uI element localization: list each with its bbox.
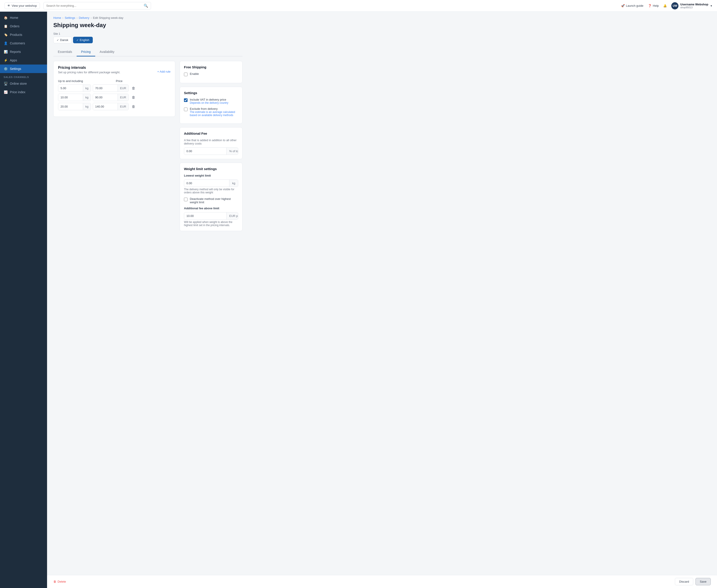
additional-fee-input[interactable]: [184, 148, 226, 154]
launch-guide-label: Launch guide: [626, 4, 644, 7]
sidebar-item-label: Reports: [10, 50, 21, 54]
sidebar-item-settings[interactable]: ⚙️ Settings: [0, 65, 47, 73]
sidebar-item-customers[interactable]: 👤 Customers: [0, 39, 47, 47]
header-right: 🚀 Launch guide ❓ Help 🔔 UW Username Webs…: [621, 2, 713, 9]
vat-checkbox[interactable]: [184, 98, 188, 102]
delete-row-1[interactable]: 🗑: [130, 85, 137, 91]
breadcrumb-home[interactable]: Home: [53, 16, 61, 20]
site-label: Site 1: [53, 32, 242, 36]
avatar: UW: [671, 2, 678, 9]
sidebar-item-label: Products: [10, 33, 22, 37]
delete-row-3[interactable]: 🗑: [130, 104, 137, 110]
sales-channels-title: SALES CHANNELS: [0, 73, 47, 79]
lowest-weight-hint: The delivery method will only be visible…: [184, 188, 238, 194]
online-store-icon: 🖥️: [4, 82, 7, 86]
lang-tab-dansk[interactable]: ✓ Dansk: [53, 37, 72, 43]
weight-value-1[interactable]: [58, 85, 83, 92]
lowest-weight-unit: kg: [229, 180, 238, 187]
top-header: 👁 View your webshop 🔍 🚀 Launch guide ❓ H…: [0, 0, 717, 12]
sidebar-item-products[interactable]: 🏷️ Products: [0, 30, 47, 39]
sidebar-item-label: Settings: [10, 67, 21, 70]
notifications-button[interactable]: 🔔: [663, 4, 667, 7]
additional-fee-limit-input[interactable]: [184, 212, 226, 219]
tab-pricing[interactable]: Pricing: [77, 48, 95, 57]
weight-input-1: kg: [58, 84, 91, 92]
tab-availability[interactable]: Availability: [95, 48, 119, 57]
sidebar-item-orders[interactable]: 📋 Orders: [0, 22, 47, 30]
save-button[interactable]: Save: [695, 578, 711, 585]
breadcrumb-settings[interactable]: Settings: [65, 16, 75, 20]
sidebar-item-online-store[interactable]: 🖥️ Online store: [0, 79, 47, 88]
exclude-checkbox[interactable]: [184, 108, 188, 111]
delete-row-2[interactable]: 🗑: [130, 94, 137, 101]
price-value-1[interactable]: [93, 85, 118, 92]
weight-unit-1: kg: [83, 85, 91, 92]
price-value-3[interactable]: [93, 103, 118, 110]
price-input-3: EUR: [93, 103, 129, 110]
eye-icon: 👁: [7, 4, 10, 7]
home-icon: 🏠: [4, 16, 7, 20]
free-shipping-checkbox[interactable]: [184, 72, 188, 76]
sidebar-item-price-index[interactable]: 📈 Price index: [0, 88, 47, 96]
sidebar-item-reports[interactable]: 📊 Reports: [0, 47, 47, 56]
help-button[interactable]: ❓ Help: [648, 4, 659, 7]
check-icon: ✓: [77, 39, 79, 42]
discard-button[interactable]: Discard: [675, 578, 693, 585]
sidebar-item-label: Orders: [10, 24, 20, 28]
user-menu[interactable]: UW Username Webshop shop95013 ▼: [671, 2, 713, 9]
sidebar-item-apps[interactable]: ⚡ Apps: [0, 56, 47, 65]
add-rule-button[interactable]: + Add rule: [157, 70, 170, 73]
sidebar-item-label: Customers: [10, 41, 25, 45]
search-input[interactable]: [46, 4, 142, 7]
weight-limit-title: Weight limit settings: [184, 167, 238, 171]
launch-guide-button[interactable]: 🚀 Launch guide: [621, 4, 644, 7]
price-unit-1: EUR: [118, 85, 128, 92]
user-info: Username Webshop shop95013: [680, 3, 708, 9]
lowest-weight-input[interactable]: [184, 180, 229, 187]
deactivate-label: Deactivate method over highest weight li…: [190, 197, 238, 204]
vat-row: Include VAT in delivery price Depends on…: [184, 98, 238, 104]
breadcrumb-current: Edit Shipping week-day: [93, 16, 124, 20]
sidebar-nav: 🏠 Home 📋 Orders 🏷️ Products 👤 Customers …: [0, 12, 47, 98]
main-content: Home › Settings › Delivery › Edit Shippi…: [47, 12, 717, 575]
additional-fee-limit-label: Additional fee above limit: [184, 207, 238, 210]
weight-input-2: kg: [58, 94, 91, 101]
weight-unit-2: kg: [83, 94, 91, 101]
price-input-2: EUR: [93, 94, 129, 101]
footer-bar: 🗑 Delete Discard Save: [47, 575, 717, 588]
price-unit-2: EUR: [118, 94, 128, 101]
settings-icon: ⚙️: [4, 67, 7, 71]
view-webshop-button[interactable]: 👁 View your webshop: [4, 2, 40, 9]
lang-tab-english[interactable]: ✓ English: [73, 37, 93, 43]
deactivate-checkbox[interactable]: [184, 198, 188, 201]
weight-value-2[interactable]: [58, 94, 83, 101]
additional-fee-limit-hint: Will be applied when weight is above the…: [184, 220, 238, 227]
free-shipping-card: Free Shipping Enable: [180, 61, 242, 83]
sidebar-item-home[interactable]: 🏠 Home: [0, 14, 47, 22]
price-value-2[interactable]: [93, 94, 118, 101]
breadcrumb-delivery[interactable]: Delivery: [79, 16, 89, 20]
two-col: Pricing intervals Set up pricing rules f…: [53, 61, 242, 231]
col-side: Free Shipping Enable Settings: [180, 61, 242, 231]
free-shipping-enable-row: Enable: [184, 72, 238, 76]
content-inner: Home › Settings › Delivery › Edit Shippi…: [47, 12, 249, 235]
weight-value-3[interactable]: [58, 103, 83, 110]
delete-button[interactable]: 🗑 Delete: [53, 580, 66, 583]
additional-fee-unit: % of total order: [226, 148, 238, 154]
page-title: Shipping week-day: [53, 22, 242, 29]
price-input-1: EUR: [93, 84, 129, 92]
col-headers: Up to and including Price: [58, 79, 170, 83]
free-shipping-enable-label: Enable: [190, 72, 199, 76]
tab-essentials[interactable]: Essentials: [53, 48, 77, 57]
trash-icon: 🗑: [53, 580, 56, 583]
lang-tab-label: Dansk: [60, 38, 68, 42]
additional-fee-limit-unit: EUR per kg: [226, 212, 238, 219]
sidebar-item-label: Apps: [10, 59, 17, 62]
help-icon: ❓: [648, 4, 652, 7]
sidebar-item-label: Home: [10, 16, 18, 20]
lowest-weight-label: Lowest weight limit: [184, 174, 238, 177]
sidebar: 🏠 Home 📋 Orders 🏷️ Products 👤 Customers …: [0, 12, 47, 588]
lang-tabs: ✓ Dansk ✓ English: [53, 37, 242, 43]
delete-label: Delete: [58, 580, 66, 583]
search-bar: 🔍: [43, 2, 151, 9]
